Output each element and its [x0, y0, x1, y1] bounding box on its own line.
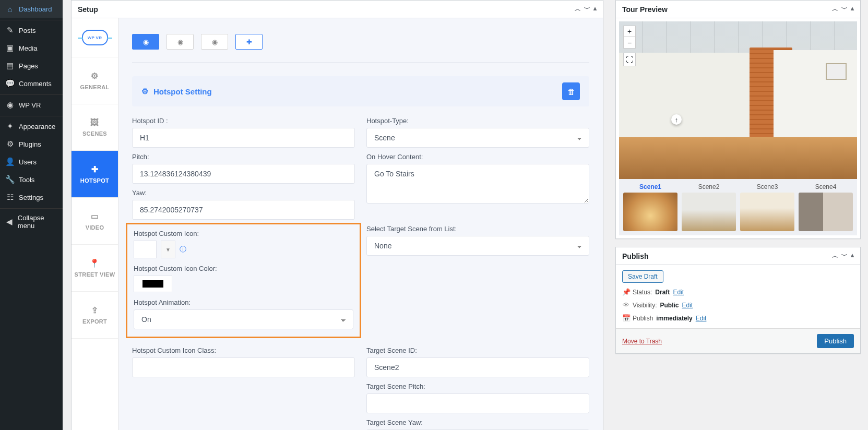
tour-preview-viewport[interactable]: ↑ + − ⛶	[619, 21, 857, 179]
panel-toggle-icon[interactable]: ▴	[851, 5, 854, 14]
vtab-general[interactable]: ⚙GENERAL	[72, 57, 118, 104]
publish-edit-link[interactable]: Edit	[696, 315, 707, 322]
wp-menu-users[interactable]: 👤Users	[0, 153, 63, 171]
visibility-edit-link[interactable]: Edit	[682, 302, 693, 309]
panel-down-icon[interactable]: ﹀	[841, 252, 848, 260]
tour-preview-panel: Tour Preview ︿ ﹀ ▴ ↑ +	[615, 0, 861, 239]
custom-color-label: Hotspot Custom Icon Color:	[134, 265, 353, 272]
panel-toggle-icon[interactable]: ▴	[851, 252, 854, 260]
info-icon[interactable]: ⓘ	[180, 245, 186, 254]
publish-button[interactable]: Publish	[817, 334, 854, 348]
hotspot-type-select[interactable]: Scene	[366, 128, 589, 148]
vertical-tabs: WP VR ⚙GENERAL🖼SCENES✚HOTSPOT▭VIDEO📍STRE…	[72, 18, 118, 430]
status-edit-link[interactable]: Edit	[673, 289, 684, 296]
target-id-label: Target Scene ID:	[366, 347, 589, 354]
setup-panel-title: Setup	[78, 5, 98, 14]
wp-menu-plugins[interactable]: ⚙Plugins	[0, 135, 63, 153]
select-target-select[interactable]: None	[366, 236, 589, 256]
hotspot-id-input[interactable]	[132, 128, 355, 148]
yaw-label: Yaw:	[132, 189, 355, 197]
panel-down-icon[interactable]: ﹀	[584, 5, 590, 14]
hotspot-tab-1[interactable]: ◉	[132, 34, 159, 50]
vtab-scenes[interactable]: 🖼SCENES	[72, 104, 118, 151]
wpvr-logo: WP VR	[72, 18, 118, 57]
panel-up-icon[interactable]: ︿	[832, 5, 838, 14]
publish-when-label: Publish	[633, 315, 653, 322]
wp-menu-tools[interactable]: 🔧Tools	[0, 171, 63, 188]
menu-icon: 🔧	[5, 175, 15, 184]
hotspot-tab-2[interactable]: ◉	[167, 34, 194, 50]
fullscreen-button[interactable]: ⛶	[623, 53, 636, 66]
general-icon: ⚙	[91, 71, 98, 81]
wp-menu-settings[interactable]: ☷Settings	[0, 188, 63, 206]
menu-icon: 👤	[5, 157, 15, 166]
scene-thumb-4[interactable]: Scene4	[799, 183, 853, 231]
panel-toggle-icon[interactable]: ▴	[593, 5, 597, 14]
target-pitch-input[interactable]	[366, 393, 589, 413]
setup-panel: Setup ︿ ﹀ ▴ WP VR ⚙GENERAL🖼SCENES✚HOTSPO…	[71, 0, 603, 430]
menu-icon: ☷	[5, 193, 15, 202]
scene-thumb-2[interactable]: Scene2	[682, 183, 736, 231]
zoom-out-button[interactable]: −	[623, 37, 636, 49]
status-value: Draft	[655, 289, 670, 296]
video-icon: ▭	[91, 211, 99, 221]
scene-thumb-1[interactable]: Scene1	[623, 183, 677, 231]
wp-menu-pages[interactable]: ▤Pages	[0, 57, 63, 75]
wp-menu-collapse-menu[interactable]: ◀Collapse menu	[0, 208, 63, 234]
custom-icon-label: Hotspot Custom Icon:	[134, 230, 353, 237]
menu-icon: ▣	[5, 43, 15, 53]
animation-select[interactable]: On	[134, 309, 353, 329]
menu-icon: ✎	[5, 26, 15, 35]
menu-icon: ✦	[5, 122, 15, 131]
hotspot-setting-title: Hotspot Setting	[153, 87, 212, 96]
wp-menu-comments[interactable]: 💬Comments	[0, 75, 63, 92]
wp-menu-media[interactable]: ▣Media	[0, 39, 63, 57]
wp-menu-dashboard[interactable]: ⌂Dashboard	[0, 0, 63, 18]
icon-picker-box[interactable]	[134, 241, 157, 258]
publish-title: Publish	[622, 252, 649, 260]
icon-picker-dropdown[interactable]: ▼	[161, 241, 175, 258]
panel-down-icon[interactable]: ﹀	[841, 5, 848, 14]
tour-hotspot-arrow-icon[interactable]: ↑	[671, 114, 682, 125]
vtab-export[interactable]: ⇪EXPORT	[72, 292, 118, 339]
save-draft-button[interactable]: Save Draft	[622, 270, 663, 283]
panel-up-icon[interactable]: ︿	[575, 5, 581, 14]
hotspot-type-label: Hotspot-Type:	[366, 117, 589, 125]
hotspot-tab-add[interactable]: ✚	[235, 34, 263, 50]
delete-hotspot-button[interactable]: 🗑	[562, 82, 580, 100]
custom-class-input[interactable]	[132, 357, 355, 377]
scene-thumb-3[interactable]: Scene3	[740, 183, 794, 231]
street-icon: 📍	[89, 258, 100, 268]
wp-menu-appearance[interactable]: ✦Appearance	[0, 116, 63, 135]
export-icon: ⇪	[91, 305, 98, 315]
wp-menu-wp-vr[interactable]: ◉WP VR	[0, 94, 63, 114]
hover-textarea[interactable]	[366, 164, 589, 204]
move-to-trash-link[interactable]: Move to Trash	[622, 338, 662, 345]
menu-icon: ◀	[5, 217, 14, 226]
gear-icon: ⚙	[141, 87, 148, 96]
menu-icon: ⚙	[5, 139, 15, 149]
yaw-input[interactable]	[132, 200, 355, 220]
target-id-input[interactable]	[366, 357, 589, 377]
select-target-label: Select Target Scene from List:	[366, 225, 589, 233]
vtab-street[interactable]: 📍STREET VIEW	[72, 245, 118, 292]
hotspot-tab-3[interactable]: ◉	[201, 34, 228, 50]
menu-icon: 💬	[5, 79, 15, 88]
trash-icon: 🗑	[567, 87, 575, 96]
zoom-in-button[interactable]: +	[623, 26, 636, 37]
scenes-icon: 🖼	[90, 118, 99, 127]
calendar-icon: 📅	[622, 314, 629, 322]
color-swatch[interactable]	[134, 276, 172, 292]
custom-icon-highlight: Hotspot Custom Icon: ▼ ⓘ Hotspot Custom …	[126, 223, 361, 338]
wp-admin-sidebar: ⌂Dashboard✎Posts▣Media▤Pages💬Comments◉WP…	[0, 0, 63, 430]
hotspot-tabs: ◉ ◉ ◉ ✚	[132, 34, 589, 50]
hotspot-setting-header: ⚙ Hotspot Setting 🗑	[132, 76, 589, 106]
vtab-hotspot[interactable]: ✚HOTSPOT	[72, 151, 118, 198]
pitch-input[interactable]	[132, 164, 355, 184]
menu-icon: ◉	[5, 100, 15, 110]
panel-up-icon[interactable]: ︿	[832, 252, 838, 260]
wp-menu-posts[interactable]: ✎Posts	[0, 20, 63, 39]
publish-panel: Publish ︿ ﹀ ▴ Save Draft 📌 Status: Draft…	[615, 247, 861, 354]
status-label: Status:	[633, 289, 652, 296]
vtab-video[interactable]: ▭VIDEO	[72, 198, 118, 245]
